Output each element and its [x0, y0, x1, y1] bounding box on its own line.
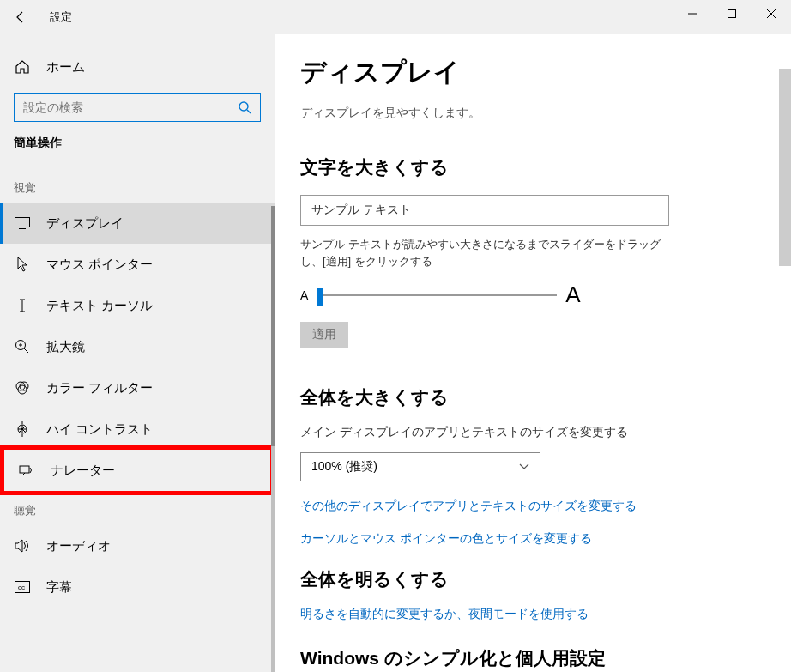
content-area: ディスプレイ ディスプレイを見やすくします。 文字を大きくする サンプル テキス…	[275, 34, 791, 672]
slider-thumb[interactable]	[317, 288, 323, 306]
titlebar: 設定	[0, 0, 791, 34]
magnifier-icon	[14, 338, 31, 355]
sidebar: ホーム 簡単操作 視覚 ディスプレイ マウス ポインター テキスト カーソル 拡…	[0, 34, 275, 672]
sidebar-item-color-filter[interactable]: カラー フィルター	[0, 367, 275, 409]
chevron-down-icon	[519, 463, 529, 470]
maximize-button[interactable]	[712, 0, 752, 27]
page-title: ディスプレイ	[300, 55, 765, 90]
sidebar-item-magnifier[interactable]: 拡大鏡	[0, 326, 275, 367]
text-size-slider-row: A A	[300, 282, 765, 308]
sidebar-item-narrator[interactable]: ナレーター	[4, 450, 270, 491]
search-icon	[238, 100, 251, 114]
sidebar-item-label: ハイ コントラスト	[46, 421, 153, 438]
sidebar-item-label: マウス ポインター	[46, 257, 153, 273]
audio-icon	[14, 537, 31, 554]
section-brightness-heading: 全体を明るくする	[300, 567, 765, 591]
window-controls	[673, 0, 791, 27]
sidebar-item-mouse-pointer[interactable]: マウス ポインター	[0, 244, 275, 285]
svg-point-1	[239, 102, 248, 111]
section-scale-heading: 全体を大きくする	[300, 385, 765, 409]
link-cursor-pointer[interactable]: カーソルとマウス ポインターの色とサイズを変更する	[300, 531, 765, 547]
minimize-button[interactable]	[673, 0, 712, 27]
svg-rect-8	[20, 466, 29, 473]
window-title: 設定	[50, 9, 72, 25]
small-a-label: A	[300, 288, 308, 302]
color-filter-icon	[14, 379, 31, 397]
large-a-label: A	[565, 282, 580, 308]
section-simplify-heading: Windows のシンプル化と個人用設定	[300, 646, 765, 670]
sidebar-item-label: カラー フィルター	[46, 380, 153, 397]
sidebar-item-label: 字幕	[46, 579, 72, 596]
sidebar-item-audio[interactable]: オーディオ	[0, 525, 275, 566]
caption-icon: cc	[14, 578, 31, 596]
link-other-displays[interactable]: その他のディスプレイでアプリとテキストのサイズを変更する	[300, 499, 765, 514]
home-icon	[14, 58, 31, 76]
display-icon	[14, 215, 31, 232]
link-brightness[interactable]: 明るさを自動的に変更するか、夜間モードを使用する	[300, 607, 765, 622]
sample-text-box: サンプル テキスト	[300, 195, 669, 226]
narrator-icon	[18, 462, 35, 479]
sidebar-item-label: テキスト カーソル	[46, 298, 153, 314]
sidebar-item-label: ディスプレイ	[46, 215, 124, 232]
section-hearing-label: 聴覚	[0, 491, 275, 525]
scale-help-text: メイン ディスプレイのアプリとテキストのサイズを変更する	[300, 425, 765, 440]
sample-help-text: サンプル テキストが読みやすい大きさになるまでスライダーをドラッグし、[適用] …	[300, 236, 669, 269]
minimize-icon	[688, 9, 697, 18]
section-vision-label: 視覚	[0, 168, 275, 203]
section-text-size-heading: 文字を大きくする	[300, 155, 765, 179]
home-label: ホーム	[46, 59, 85, 76]
sidebar-item-display[interactable]: ディスプレイ	[0, 203, 275, 244]
scale-dropdown[interactable]: 100% (推奨)	[300, 452, 540, 481]
high-contrast-icon	[14, 421, 31, 438]
maximize-icon	[728, 9, 736, 18]
svg-rect-0	[728, 10, 736, 18]
apply-button[interactable]: 適用	[300, 322, 348, 348]
sidebar-item-label: 拡大鏡	[46, 339, 85, 355]
text-size-slider[interactable]	[317, 294, 557, 296]
close-button[interactable]	[752, 0, 791, 27]
back-button[interactable]	[0, 0, 41, 34]
svg-rect-2	[15, 218, 30, 227]
sidebar-item-text-cursor[interactable]: テキスト カーソル	[0, 285, 275, 326]
svg-text:cc: cc	[18, 584, 25, 591]
dropdown-value: 100% (推奨)	[311, 459, 377, 475]
category-title: 簡単操作	[0, 136, 275, 168]
search-input[interactable]	[23, 100, 238, 114]
sidebar-item-label: オーディオ	[46, 538, 111, 554]
highlight-box: ナレーター	[0, 445, 275, 495]
text-cursor-icon	[14, 297, 31, 314]
content-scrollbar[interactable]	[779, 69, 791, 672]
page-subtitle: ディスプレイを見やすくします。	[300, 106, 765, 121]
close-icon	[767, 9, 776, 18]
pointer-icon	[14, 256, 31, 273]
search-input-box[interactable]	[14, 93, 261, 122]
home-nav[interactable]: ホーム	[0, 51, 275, 82]
sidebar-item-label: ナレーター	[51, 463, 115, 479]
content-scrollbar-thumb[interactable]	[779, 69, 791, 266]
arrow-left-icon	[14, 10, 27, 24]
sidebar-item-caption[interactable]: cc 字幕	[0, 566, 275, 608]
svg-point-6	[18, 385, 27, 394]
sidebar-item-high-contrast[interactable]: ハイ コントラスト	[0, 409, 275, 450]
